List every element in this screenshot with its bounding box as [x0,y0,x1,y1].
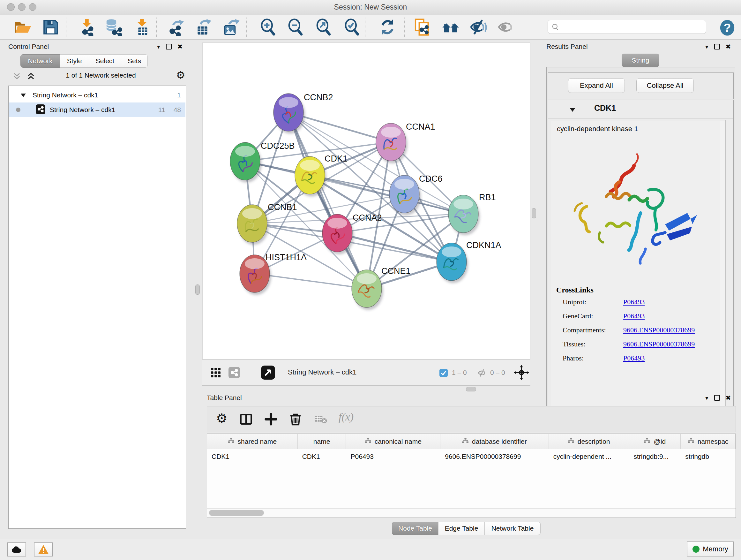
save-floppy-icon [42,18,60,36]
column-header-name[interactable]: name [298,434,346,449]
hide-selected-button[interactable] [469,18,488,37]
export-image-button[interactable] [222,18,241,37]
cloud-status-button[interactable] [7,543,26,557]
add-column-icon[interactable] [264,412,278,428]
section-collapse-triangle-icon[interactable] [569,107,576,113]
network-edge[interactable] [288,112,367,289]
table-row[interactable]: CDK1CDK1P064939606.ENSP00000378699cyclin… [207,449,736,464]
panel-float-icon[interactable] [714,395,720,401]
network-row-selected[interactable]: String Network – cdk1 11 48 [9,103,185,117]
crosslink-value[interactable]: 9606.ENSP00000378699 [623,326,695,334]
bottom-splitter-handle[interactable] [466,387,476,391]
delete-column-trash-icon[interactable] [288,412,303,428]
search-input[interactable] [548,20,706,34]
selected-checkbox-icon[interactable] [440,369,448,378]
collapse-all-icon[interactable] [13,72,21,82]
apply-preferred-layout-button[interactable] [378,18,397,37]
network-node-CDC6[interactable]: CDC6 [389,174,443,215]
table-cell[interactable]: 9606.ENSP00000378699 [441,449,549,464]
network-graph[interactable]: CCNB2CCNA1CDC25BCDK1CDC6RB1CCNB1CCNA2CDK… [203,43,530,359]
crosslink-value[interactable]: P06493 [623,354,645,362]
birdseye-view-button[interactable] [261,366,275,381]
collapse-triangle-icon[interactable] [20,91,26,99]
network-node-CCNB1[interactable]: CCNB1 [237,202,297,245]
show-columns-icon[interactable] [239,412,253,428]
table-settings-gear-icon[interactable]: ⚙ [216,411,227,426]
show-all-button[interactable] [497,18,516,37]
network-edge[interactable] [255,273,367,289]
network-node-CDK1[interactable]: CDK1 [295,154,347,197]
network-share-icon[interactable] [228,367,240,380]
expand-all-icon[interactable] [27,72,35,82]
save-session-button[interactable] [42,18,60,37]
tab-node-table[interactable]: Node Table [392,522,439,535]
import-table-from-file-button[interactable] [133,18,151,37]
column-header-database-identifier[interactable]: database identifier [441,434,549,449]
panel-menu-icon[interactable]: ▾ [157,44,160,50]
column-header-canonical-name[interactable]: canonical name [346,434,441,449]
network-collection-row[interactable]: String Network – cdk1 1 [9,88,185,103]
panel-float-icon[interactable] [166,44,172,50]
export-network-button[interactable] [167,18,185,37]
import-network-from-file-button[interactable] [77,18,96,37]
panel-close-icon[interactable]: ✖ [726,44,731,50]
column-header-description[interactable]: description [549,434,629,449]
first-neighbors-button[interactable] [441,18,460,37]
open-session-button[interactable] [13,18,32,37]
zoom-in-button[interactable] [259,18,278,37]
tab-network-table[interactable]: Network Table [484,522,541,535]
table-hscrollbar[interactable] [207,508,736,517]
network-node-RB1[interactable]: RB1 [448,192,496,235]
panel-close-icon[interactable]: ✖ [178,44,183,50]
panel-menu-icon[interactable]: ▾ [705,395,709,401]
right-splitter-handle[interactable] [532,208,536,219]
column-header-shared-name[interactable]: shared name [207,434,298,449]
zoom-out-button[interactable] [286,18,305,37]
warnings-button[interactable] [34,543,53,557]
left-splitter-handle[interactable] [195,285,200,295]
help-button[interactable]: ? [718,19,737,37]
network-node-CDKN1A[interactable]: CDKN1A [436,240,501,283]
tab-style[interactable]: Style [60,54,89,68]
export-table-button[interactable] [194,18,213,37]
memory-button[interactable]: Memory [687,542,734,557]
panel-float-icon[interactable] [714,44,720,50]
collapse-all-button[interactable]: Collapse All [636,78,694,93]
grid-view-icon[interactable] [210,367,221,380]
database-import-icon [105,18,123,36]
network-options-gear-icon[interactable]: ⚙ [176,69,185,81]
tab-sets[interactable]: Sets [121,54,148,68]
hscrollbar-thumb[interactable] [209,510,264,516]
expand-all-button[interactable]: Expand All [568,78,625,93]
left-panel-divider[interactable] [195,39,195,539]
crosslink-value[interactable]: P06493 [623,312,645,320]
tab-string[interactable]: String [622,54,659,67]
tab-network[interactable]: Network [20,54,60,68]
pan-crosshair-icon[interactable] [514,365,529,381]
tab-select[interactable]: Select [89,54,121,68]
column-header-namespac[interactable]: namespac [681,434,736,449]
network-node-CDC25B[interactable]: CDC25B [230,141,295,183]
results-scrollbar[interactable] [720,121,725,408]
zoom-selected-button[interactable] [343,18,361,37]
crosslink-value[interactable]: 9606.ENSP00000378699 [623,340,695,348]
table-cell[interactable]: stringdb [681,449,736,464]
network-node-HIST1H1A[interactable]: HIST1H1A [240,253,307,295]
node-label-CCNA2: CCNA2 [353,213,382,223]
table-cell[interactable]: stringdb:9... [629,449,681,464]
table-cell[interactable]: cyclin-dependent ... [549,449,629,464]
network-node-CCNE1[interactable]: CCNE1 [352,266,411,310]
network-canvas[interactable]: CCNB2CCNA1CDC25BCDK1CDC6RB1CCNB1CCNA2CDK… [202,43,530,360]
table-cell[interactable]: P06493 [346,449,441,464]
panel-menu-icon[interactable]: ▾ [705,44,709,50]
import-network-from-database-button[interactable] [105,18,123,37]
table-cell[interactable]: CDK1 [298,449,346,464]
clone-network-button[interactable] [413,18,431,37]
network-node-CCNB2[interactable]: CCNB2 [273,92,333,134]
column-header--id[interactable]: @id [629,434,681,449]
fit-content-button[interactable] [315,18,333,37]
tab-edge-table[interactable]: Edge Table [438,522,485,535]
crosslink-value[interactable]: P06493 [623,298,645,306]
table-cell[interactable]: CDK1 [207,449,298,464]
panel-close-icon[interactable]: ✖ [726,395,731,401]
